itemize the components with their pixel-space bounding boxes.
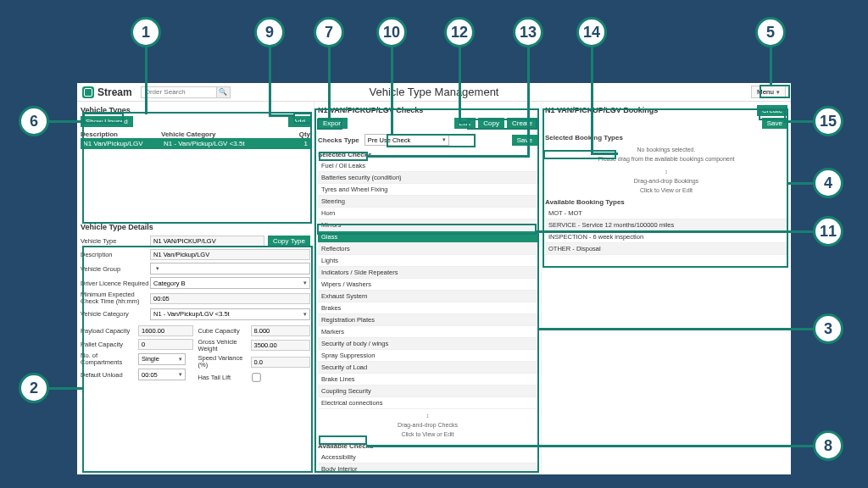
check-item[interactable]: Mirrors [318, 219, 537, 231]
checks-type-label: Checks Type [318, 136, 359, 144]
input-speed-var[interactable] [251, 357, 311, 368]
label-gvw: Gross Vehicle Weight [198, 339, 251, 353]
label-min-check: Minimum Expected Check Time (hh:mm) [81, 291, 150, 306]
label-driver-licence: Driver Licence Required [81, 280, 150, 287]
check-item[interactable]: Security of Load [318, 362, 537, 374]
label-payload: Payload Capacity [81, 327, 138, 335]
callout-14: 14 [576, 17, 607, 47]
input-pallet[interactable] [138, 339, 193, 350]
callout-8: 8 [813, 430, 843, 461]
select-default-unload[interactable]: 00:05 [138, 369, 186, 380]
drag-hint-checks-2: Click to View or Edit [318, 431, 537, 437]
check-item[interactable]: Security of body / wings [318, 338, 537, 350]
callout-10: 10 [376, 17, 407, 47]
add-button[interactable]: Add [288, 116, 310, 127]
input-min-check[interactable] [150, 293, 310, 304]
check-item[interactable]: Accessibility [318, 452, 537, 463]
drag-hint-bookings-1: Drag-and-drop Bookings [545, 178, 787, 184]
bookings-heading: N1 VAN/PICKUP/LGV Bookings [545, 104, 658, 116]
callout-1: 1 [131, 17, 161, 47]
callout-11: 11 [813, 216, 843, 247]
label-pallet: Pallet Capacity [81, 341, 138, 348]
check-item[interactable]: Tyres and Wheel Fixing [318, 184, 537, 196]
select-vehicle-category[interactable]: N1 - Van/Pickup/LGV <3.5t [150, 308, 310, 320]
input-payload[interactable] [138, 325, 193, 336]
drag-hint-icon: ↕ [318, 413, 537, 419]
table-row[interactable]: N1 Van/Pickup/LGV N1 - Van/Pickup/LGV <3… [81, 138, 310, 149]
check-item[interactable]: Reflectors [318, 243, 537, 255]
label-description: Description [81, 251, 150, 258]
check-item[interactable]: Fuel / Oil Leaks [318, 160, 537, 172]
save-checks-button[interactable]: Save [512, 135, 537, 146]
logo-icon [82, 86, 94, 98]
drag-hint-bookings-icon: ↕ [545, 169, 787, 175]
select-compartments[interactable]: Single [138, 353, 186, 365]
empty-bookings-msg-1: No bookings selected. [545, 147, 787, 152]
callout-15: 15 [813, 106, 843, 136]
check-item[interactable]: Exhaust System [318, 291, 537, 302]
check-item[interactable]: Electrical connections [318, 397, 537, 409]
th-description: Description [81, 130, 161, 138]
label-vehicle-category: Vehicle Category [81, 310, 150, 318]
check-item[interactable]: Batteries security (condition) [318, 172, 537, 184]
check-item[interactable]: Markers [318, 326, 537, 338]
label-tail-lift: Has Tail Lift [198, 374, 251, 381]
select-vehicle-group[interactable] [150, 263, 310, 274]
copy-button[interactable]: Copy [478, 118, 504, 129]
check-item[interactable]: Glass [318, 231, 537, 243]
callout-7: 7 [314, 17, 344, 47]
create-bookings-button[interactable]: Create [757, 105, 787, 116]
empty-bookings-msg-2: Please drag from the available bookings … [545, 156, 787, 162]
callout-4: 4 [813, 168, 843, 198]
selected-checks-list[interactable]: Fuel / Oil LeaksBatteries security (cond… [318, 160, 537, 409]
save-bookings-button[interactable]: Save [762, 118, 787, 129]
label-speed-var: Speed Variance (%) [198, 355, 251, 369]
select-driver-licence[interactable]: Category B [150, 277, 310, 289]
available-checks-list[interactable]: AccessibilityBody Interior [318, 452, 537, 474]
callout-3: 3 [813, 313, 843, 344]
search-input[interactable] [141, 86, 217, 98]
copy-type-button[interactable]: Copy Type [268, 236, 310, 247]
th-qty: Qty [290, 130, 310, 138]
check-item[interactable]: Body Interior [318, 463, 537, 474]
input-cube[interactable] [251, 325, 311, 336]
booking-item[interactable]: MOT - MOT [545, 208, 787, 219]
check-item[interactable]: Lights [318, 255, 537, 267]
export-button[interactable]: Export [318, 118, 348, 129]
checks-heading: N1 VAN/PICKUP/LGV Checks [318, 104, 423, 116]
check-item[interactable]: Brakes [318, 302, 537, 314]
check-item[interactable]: Brake Lines [318, 374, 537, 385]
check-item[interactable]: Registration Plates [318, 314, 537, 326]
check-item[interactable]: Steering [318, 196, 537, 208]
label-compartments: No. of Compartments [81, 352, 138, 367]
callout-9: 9 [254, 17, 285, 47]
booking-item[interactable]: OTHER - Disposal [545, 243, 787, 255]
check-item[interactable]: Horn [318, 208, 537, 219]
input-vehicle-type[interactable] [150, 236, 264, 247]
input-gvw[interactable] [251, 340, 311, 351]
callout-2: 2 [19, 373, 49, 403]
booking-item[interactable]: SERVICE - Service 12 months/100000 miles [545, 219, 787, 231]
show-unused-button[interactable]: Show Unused [81, 116, 133, 127]
checkbox-tail-lift[interactable] [252, 373, 260, 381]
available-booking-types-label: Available Booking Types [545, 198, 787, 206]
vehicle-type-details-heading: Vehicle Type Details [81, 221, 310, 233]
check-item[interactable]: Spray Suppression [318, 350, 537, 362]
label-cube: Cube Capacity [198, 327, 251, 335]
label-vehicle-type: Vehicle Type [81, 237, 150, 245]
th-category: Vehicle Category [161, 130, 290, 138]
callout-6: 6 [19, 106, 49, 136]
drag-hint-bookings-2: Click to View or Edit [545, 187, 787, 193]
check-item[interactable]: Wipers / Washers [318, 279, 537, 291]
menu-button[interactable]: Menu [751, 86, 786, 98]
check-item[interactable]: Indicators / Side Repeaters [318, 267, 537, 279]
select-checks-type[interactable]: Pre Use Check [364, 134, 449, 146]
drag-hint-checks-1: Drag-and-drop Checks [318, 422, 537, 428]
label-default-unload: Default Unload [81, 371, 138, 379]
search-button[interactable]: 🔍 [217, 86, 231, 98]
check-item[interactable]: Coupling Security [318, 385, 537, 397]
booking-item[interactable]: INSPECTION - 6 week inspection [545, 231, 787, 243]
callout-5: 5 [755, 17, 786, 47]
create-checks-button[interactable]: Create [507, 118, 537, 129]
input-description[interactable] [150, 249, 310, 260]
